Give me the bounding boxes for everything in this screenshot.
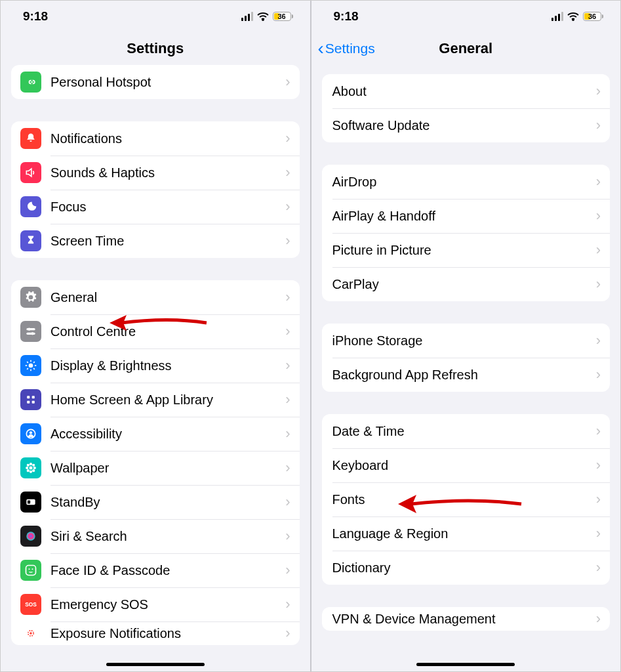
- chevron-right-icon: ›: [285, 323, 290, 340]
- sos-icon: [20, 594, 41, 615]
- chevron-right-icon: ›: [285, 391, 290, 408]
- settings-group: iPhone Storage›Background App Refresh›: [322, 324, 611, 392]
- link-icon: [20, 72, 41, 93]
- chevron-right-icon: ›: [285, 596, 290, 613]
- row-fonts[interactable]: Fonts›: [322, 482, 611, 516]
- row-dict[interactable]: Dictionary›: [322, 551, 611, 585]
- chevron-right-icon: ›: [596, 207, 601, 224]
- row-keyboard[interactable]: Keyboard›: [322, 448, 611, 482]
- row-label: Wallpaper: [50, 461, 285, 476]
- row-label: Emergency SOS: [50, 597, 285, 612]
- chevron-right-icon: ›: [596, 423, 601, 440]
- row-sounds[interactable]: Sounds & Haptics›: [11, 156, 300, 190]
- row-exposure[interactable]: Exposure Notifications›: [11, 621, 300, 645]
- chevron-right-icon: ›: [285, 625, 290, 642]
- row-about[interactable]: About›: [322, 74, 611, 108]
- row-storage[interactable]: iPhone Storage›: [322, 324, 611, 358]
- row-vpn[interactable]: VPN & Device Management›: [322, 607, 611, 631]
- wifi-icon: [257, 12, 269, 21]
- cellular-icon: [551, 12, 563, 21]
- chevron-right-icon: ›: [596, 559, 601, 576]
- chevron-right-icon: ›: [596, 457, 601, 474]
- row-label: Fonts: [332, 492, 596, 507]
- row-refresh[interactable]: Background App Refresh›: [322, 358, 611, 392]
- row-label: Sounds & Haptics: [50, 165, 285, 180]
- row-update[interactable]: Software Update›: [322, 108, 611, 142]
- chevron-right-icon: ›: [285, 164, 290, 181]
- face-icon: [20, 560, 41, 581]
- row-airplay[interactable]: AirPlay & Handoff›: [322, 199, 611, 233]
- row-hotspot[interactable]: Personal Hotspot›: [11, 65, 300, 99]
- row-access[interactable]: Accessibility›: [11, 417, 300, 451]
- chevron-right-icon: ›: [285, 357, 290, 374]
- row-airdrop[interactable]: AirDrop›: [322, 165, 611, 199]
- chevron-right-icon: ›: [596, 525, 601, 542]
- home-indicator[interactable]: [416, 663, 515, 666]
- gear-icon: [20, 287, 41, 308]
- sun-icon: [20, 355, 41, 376]
- chevron-right-icon: ›: [285, 528, 290, 545]
- chevron-right-icon: ›: [596, 332, 601, 349]
- chevron-right-icon: ›: [285, 425, 290, 442]
- chevron-right-icon: ›: [596, 610, 601, 627]
- row-label: iPhone Storage: [332, 333, 596, 348]
- grid-icon: [20, 389, 41, 410]
- settings-group: General›Control Centre›Display & Brightn…: [11, 280, 300, 645]
- page-title: Settings: [127, 40, 184, 57]
- siri-icon: [20, 526, 41, 547]
- battery-icon: 36: [583, 12, 603, 21]
- row-display[interactable]: Display & Brightness›: [11, 348, 300, 383]
- row-carplay[interactable]: CarPlay›: [322, 267, 611, 301]
- chevron-right-icon: ›: [285, 494, 290, 511]
- status-time: 9:18: [334, 9, 359, 24]
- chevron-right-icon: ›: [285, 459, 290, 476]
- chevron-left-icon: ‹: [318, 39, 324, 58]
- back-button[interactable]: ‹ Settings: [318, 39, 375, 58]
- status-time: 9:18: [23, 9, 48, 24]
- row-label: About: [332, 84, 596, 99]
- phone-right-general: 9:18 36 ‹ Settings General About›Softwar…: [310, 1, 621, 671]
- row-date[interactable]: Date & Time›: [322, 414, 611, 448]
- row-home[interactable]: Home Screen & App Library›: [11, 383, 300, 417]
- chevron-right-icon: ›: [596, 117, 601, 134]
- row-focus[interactable]: Focus›: [11, 190, 300, 224]
- row-standby[interactable]: StandBy›: [11, 485, 300, 519]
- row-faceid[interactable]: Face ID & Passcode›: [11, 553, 300, 587]
- row-label: Accessibility: [50, 427, 285, 442]
- nav-header: ‹ Settings General: [311, 32, 621, 65]
- back-label: Settings: [325, 41, 375, 56]
- chevron-right-icon: ›: [596, 242, 601, 259]
- general-list[interactable]: About›Software Update›AirDrop›AirPlay & …: [311, 65, 621, 671]
- speaker-icon: [20, 162, 41, 183]
- moon-icon: [20, 196, 41, 217]
- settings-list[interactable]: Personal Hotspot›Notifications›Sounds & …: [1, 65, 310, 671]
- chevron-right-icon: ›: [285, 198, 290, 215]
- row-notifications[interactable]: Notifications›: [11, 121, 300, 156]
- settings-group: Notifications›Sounds & Haptics›Focus›Scr…: [11, 121, 300, 258]
- phone-left-settings: 9:18 36 Settings Personal Hotspot›Notifi…: [1, 1, 310, 671]
- home-indicator[interactable]: [106, 663, 205, 666]
- row-screentime[interactable]: Screen Time›: [11, 224, 300, 258]
- row-control[interactable]: Control Centre›: [11, 314, 300, 348]
- exposure-icon: [20, 623, 41, 644]
- page-title: General: [439, 40, 492, 57]
- chevron-right-icon: ›: [285, 289, 290, 306]
- row-wallpaper[interactable]: Wallpaper›: [11, 451, 300, 485]
- standby-icon: [20, 492, 41, 513]
- row-general[interactable]: General›: [11, 280, 300, 314]
- row-sos[interactable]: Emergency SOS›: [11, 587, 300, 621]
- sliders-icon: [20, 321, 41, 342]
- status-right: 36: [241, 12, 293, 21]
- settings-group: AirDrop›AirPlay & Handoff›Picture in Pic…: [322, 165, 611, 301]
- row-lang[interactable]: Language & Region›: [322, 516, 611, 551]
- row-label: Date & Time: [332, 424, 596, 439]
- row-label: AirDrop: [332, 175, 596, 190]
- row-label: Software Update: [332, 118, 596, 133]
- cellular-icon: [241, 12, 253, 21]
- person-icon: [20, 423, 41, 444]
- status-bar: 9:18 36: [311, 1, 621, 32]
- row-pip[interactable]: Picture in Picture›: [322, 233, 611, 267]
- hourglass-icon: [20, 230, 41, 251]
- row-siri[interactable]: Siri & Search›: [11, 519, 300, 553]
- row-label: CarPlay: [332, 277, 596, 292]
